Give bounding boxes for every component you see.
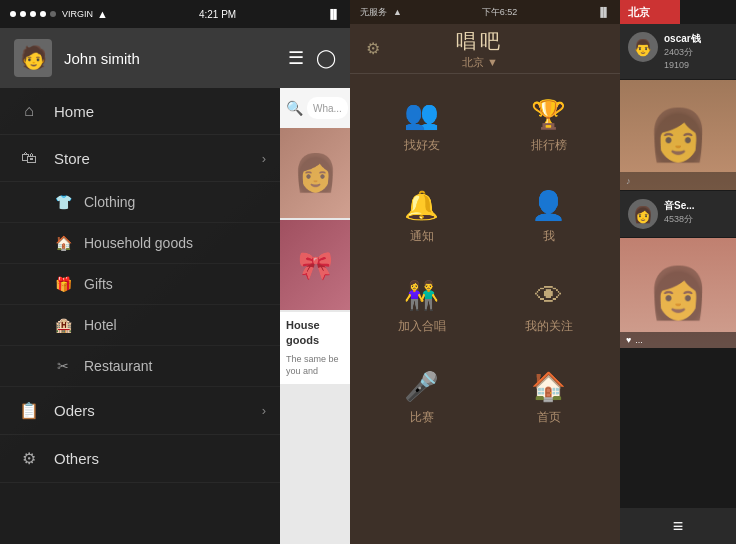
sidebar-bottom-bar[interactable]: ≡ xyxy=(620,508,736,544)
sidebar-username-1: oscar钱 xyxy=(664,32,728,46)
avatar-image: 🧑 xyxy=(20,45,47,71)
grid-item-home[interactable]: 🏠 首页 xyxy=(487,356,610,443)
chorus-label: 加入合唱 xyxy=(398,318,446,335)
right-status-right: ▐▌ xyxy=(597,7,610,17)
sidebar-image-2-person: 👩 xyxy=(647,264,709,322)
app-title: 唱吧 xyxy=(456,28,504,55)
notification-label: 通知 xyxy=(410,228,434,245)
sidebar-stats-2: 4538分 xyxy=(664,213,728,226)
household-icon: 🏠 xyxy=(54,235,72,251)
clothing-label: Clothing xyxy=(84,194,135,210)
no-service-label: 无服务 xyxy=(360,6,387,19)
hotel-label: Hotel xyxy=(84,317,117,333)
ranking-label: 排行榜 xyxy=(531,137,567,154)
notification-icon: 🔔 xyxy=(404,192,439,220)
hotel-icon: 🏨 xyxy=(54,317,72,333)
battery-indicator: ▐▌ xyxy=(327,9,340,19)
like-icon: ♥ xyxy=(626,335,631,345)
search-bar-mini[interactable]: Wha... xyxy=(307,97,348,119)
sidebar-avatar-2: 👩 xyxy=(628,199,658,229)
sidebar-avatar-1: 👨 xyxy=(628,32,658,62)
sidebar-user-card-1[interactable]: 👨 oscar钱 2403分 19109 xyxy=(620,24,736,79)
grid-item-ranking[interactable]: 🏆 排行榜 xyxy=(487,84,610,171)
sidebar-avatar-2-img: 👩 xyxy=(633,205,653,224)
find-friends-icon: 👥 xyxy=(404,101,439,129)
right-status-left: 无服务 ▲ xyxy=(360,6,402,19)
location-text: 北京 xyxy=(628,5,650,20)
store-label: Store xyxy=(54,150,90,167)
dot-1 xyxy=(10,11,16,17)
overlay-icon-1: ♪ xyxy=(626,176,631,186)
sidebar-image-1-person: 👩 xyxy=(647,106,709,164)
ranking-icon: 🏆 xyxy=(531,101,566,129)
search-placeholder: Wha... xyxy=(313,103,342,114)
user-header[interactable]: 🧑 John simith ☰ ◯ xyxy=(0,28,350,88)
home-label: Home xyxy=(54,103,94,120)
left-status-bar: VIRGIN ▲ 4:21 PM ▐▌ xyxy=(0,0,350,28)
sidebar-image-card-1[interactable]: 👩 ♪ xyxy=(620,80,736,190)
store-arrow-icon: › xyxy=(262,151,266,166)
sidebar-user-card-2[interactable]: 👩 音Se... 4538分 xyxy=(620,191,736,237)
strip-header: 🔍 Wha... xyxy=(280,88,350,128)
dot-3 xyxy=(30,11,36,17)
grid-item-chorus[interactable]: 👫 加入合唱 xyxy=(360,266,483,353)
store-icon: 🛍 xyxy=(18,149,40,167)
sidebar-item-clothing[interactable]: 👕 Clothing xyxy=(0,182,280,223)
sidebar-item-household[interactable]: 🏠 Household goods xyxy=(0,223,280,264)
sidebar-item-gifts[interactable]: 🎁 Gifts xyxy=(0,264,280,305)
strip-title: House goods xyxy=(286,318,344,349)
gifts-icon: 🎁 xyxy=(54,276,72,292)
home-grid-label: 首页 xyxy=(537,409,561,426)
sidebar-item-others[interactable]: ⚙ Others xyxy=(0,435,280,483)
like-count: ... xyxy=(635,335,643,345)
right-battery-icon: ▐▌ xyxy=(597,7,610,17)
grid-item-me[interactable]: 👤 我 xyxy=(487,175,610,262)
wifi-icon: ▲ xyxy=(97,8,108,20)
home-icon: ⌂ xyxy=(18,102,40,120)
others-label: Others xyxy=(54,450,99,467)
sidebar-item-restaurant[interactable]: ✂ Restaurant xyxy=(0,346,280,387)
grid-item-find-friends[interactable]: 👥 找好友 xyxy=(360,84,483,171)
right-wifi-icon: ▲ xyxy=(393,7,402,17)
app-subtitle[interactable]: 北京 ▼ xyxy=(462,55,498,70)
strip-text-card: House goods The same be you and xyxy=(280,312,350,384)
image-person-1: 👩 xyxy=(293,152,338,194)
competition-icon: 🎤 xyxy=(404,373,439,401)
sidebar-item-home[interactable]: ⌂ Home xyxy=(0,88,280,135)
user-circle-icon[interactable]: ◯ xyxy=(316,47,336,69)
orders-icon: 📋 xyxy=(18,401,40,420)
others-icon: ⚙ xyxy=(18,449,40,468)
hamburger-icon[interactable]: ☰ xyxy=(288,47,304,69)
competition-label: 比赛 xyxy=(410,409,434,426)
clothing-icon: 👕 xyxy=(54,194,72,210)
orders-arrow-icon: › xyxy=(262,403,266,418)
right-sidebar-panel: 北京 👨 oscar钱 2403分 19109 👩 ♪ xyxy=(620,0,736,544)
location-label: 北京 xyxy=(462,55,484,70)
app-header: ⚙ 唱吧 北京 ▼ xyxy=(350,24,620,74)
grid-item-competition[interactable]: 🎤 比赛 xyxy=(360,356,483,443)
right-time-display: 下午6:52 xyxy=(482,6,518,19)
sidebar-user-info-2: 音Se... 4538分 xyxy=(664,199,728,226)
sidebar-item-store[interactable]: 🛍 Store › xyxy=(0,135,280,182)
sidebar-item-hotel[interactable]: 🏨 Hotel xyxy=(0,305,280,346)
settings-gear-icon[interactable]: ⚙ xyxy=(366,39,380,58)
home-grid-icon: 🏠 xyxy=(531,373,566,401)
grid-menu: 👥 找好友 🏆 排行榜 🔔 通知 👤 我 👫 加入合唱 👁 xyxy=(350,74,620,544)
time-display: 4:21 PM xyxy=(199,9,236,20)
gifts-label: Gifts xyxy=(84,276,113,292)
sidebar-image-card-2[interactable]: 👩 ♥ ... xyxy=(620,238,736,348)
grid-item-following[interactable]: 👁 我的关注 xyxy=(487,266,610,353)
right-status-bar: 无服务 ▲ 下午6:52 ▐▌ xyxy=(350,0,620,24)
image-overlay-1: ♪ xyxy=(620,172,736,190)
strip-image-2: 🎀 xyxy=(280,220,350,310)
sidebar-menu-icon[interactable]: ≡ xyxy=(673,516,684,537)
app-title-area: 唱吧 北京 ▼ xyxy=(380,28,580,70)
sidebar-item-orders[interactable]: 📋 Oders › xyxy=(0,387,280,435)
grid-item-notification[interactable]: 🔔 通知 xyxy=(360,175,483,262)
strip-images: 👩 🎀 House goods The same be you and xyxy=(280,128,350,384)
battery-icon: ▐▌ xyxy=(327,9,340,19)
restaurant-label: Restaurant xyxy=(84,358,152,374)
location-bar: 北京 xyxy=(620,0,680,24)
me-icon: 👤 xyxy=(531,192,566,220)
restaurant-icon: ✂ xyxy=(54,358,72,374)
